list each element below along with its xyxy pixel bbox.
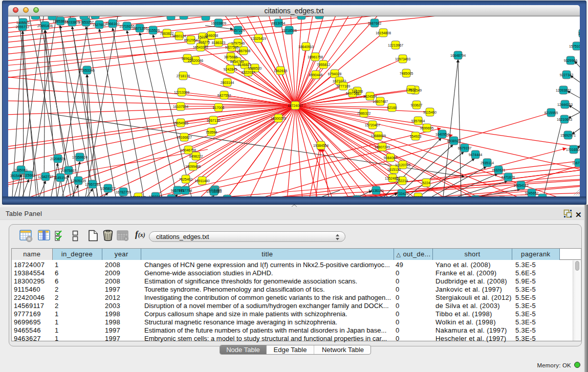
svg-text:6679197: 6679197 <box>458 146 472 150</box>
svg-text:18300295: 18300295 <box>271 117 286 120</box>
svg-text:19218506: 19218506 <box>281 29 297 32</box>
svg-text:9357864: 9357864 <box>411 119 425 123</box>
svg-text:10653257: 10653257 <box>78 20 94 24</box>
svg-text:8912954: 8912954 <box>184 38 198 42</box>
svg-text:2687682: 2687682 <box>368 21 382 25</box>
svg-text:391549: 391549 <box>10 174 22 178</box>
svg-text:16107554: 16107554 <box>173 105 188 108</box>
svg-text:16154808: 16154808 <box>376 31 391 35</box>
svg-text:16033809: 16033809 <box>211 21 226 25</box>
svg-text:20206576: 20206576 <box>50 157 66 161</box>
svg-text:16543382: 16543382 <box>193 46 208 49</box>
svg-text:16911440: 16911440 <box>194 179 210 183</box>
svg-text:11124: 11124 <box>578 32 580 35</box>
svg-text:252214: 252214 <box>397 179 408 183</box>
svg-text:989614: 989614 <box>182 57 193 60</box>
svg-text:9699695: 9699695 <box>420 126 434 130</box>
svg-text:12342737: 12342737 <box>38 175 53 179</box>
svg-text:12923448: 12923448 <box>130 195 146 197</box>
svg-text:9242845: 9242845 <box>224 68 237 71</box>
svg-text:5224: 5224 <box>422 181 430 185</box>
svg-text:1588520: 1588520 <box>248 67 262 70</box>
svg-text:7357224: 7357224 <box>231 29 245 32</box>
svg-text:1362615: 1362615 <box>274 69 288 73</box>
svg-text:19166827: 19166827 <box>177 136 192 139</box>
svg-text:19654985: 19654985 <box>173 121 188 125</box>
svg-text:17016504: 17016504 <box>566 148 580 151</box>
svg-text:7625402: 7625402 <box>179 178 193 181</box>
svg-text:9327505: 9327505 <box>225 46 239 49</box>
svg-text:7515526: 7515526 <box>146 29 160 32</box>
svg-text:6966160: 6966160 <box>106 22 120 26</box>
svg-text:3624554: 3624554 <box>363 95 377 98</box>
svg-text:924565: 924565 <box>537 196 549 197</box>
svg-text:12505135: 12505135 <box>71 179 86 183</box>
svg-text:933627: 933627 <box>411 103 423 107</box>
svg-text:16648794: 16648794 <box>450 54 466 57</box>
svg-text:9245652: 9245652 <box>525 191 539 195</box>
svg-text:9777169: 9777169 <box>337 84 351 88</box>
svg-text:10958127: 10958127 <box>100 187 116 190</box>
svg-text:18099488: 18099488 <box>185 165 201 168</box>
svg-text:13325419: 13325419 <box>251 37 266 40</box>
svg-text:95225: 95225 <box>413 195 423 197</box>
svg-text:2867608: 2867608 <box>237 49 251 53</box>
svg-text:9474444: 9474444 <box>469 153 483 157</box>
svg-text:8498222: 8498222 <box>189 155 203 158</box>
svg-text:16671355: 16671355 <box>132 27 147 30</box>
svg-text:8938923: 8938923 <box>447 139 461 143</box>
svg-text:8427552: 8427552 <box>217 94 231 97</box>
svg-text:2803144: 2803144 <box>221 81 234 84</box>
svg-text:15692971: 15692971 <box>560 134 576 137</box>
svg-text:3875685: 3875685 <box>224 55 238 59</box>
svg-text:1292344: 1292344 <box>149 195 163 197</box>
svg-text:8990448: 8990448 <box>309 73 323 77</box>
svg-text:7986322: 7986322 <box>357 112 371 115</box>
svg-text:9860124: 9860124 <box>172 34 186 38</box>
svg-text:1527602: 1527602 <box>93 23 106 27</box>
svg-text:18807249: 18807249 <box>375 145 390 149</box>
svg-text:15720407: 15720407 <box>365 123 380 127</box>
svg-text:1733426: 1733426 <box>395 192 409 195</box>
svg-text:9084067: 9084067 <box>384 156 398 160</box>
svg-text:17957253: 17957253 <box>85 183 100 186</box>
svg-text:9329966: 9329966 <box>564 59 578 62</box>
svg-text:9115460: 9115460 <box>423 111 437 114</box>
svg-text:753594: 753594 <box>206 130 217 134</box>
svg-text:15224: 15224 <box>198 35 208 39</box>
svg-text:9146821: 9146821 <box>238 63 252 67</box>
svg-text:6497568: 6497568 <box>346 92 360 95</box>
svg-text:20691406: 20691406 <box>37 24 53 28</box>
svg-text:7955812: 7955812 <box>317 63 331 67</box>
svg-text:10046758: 10046758 <box>181 148 196 152</box>
svg-text:10973493: 10973493 <box>395 57 410 61</box>
svg-text:12093872: 12093872 <box>556 89 571 92</box>
svg-text:2718176: 2718176 <box>177 74 190 78</box>
svg-text:20975867: 20975867 <box>61 169 76 172</box>
svg-text:1640954: 1640954 <box>435 133 449 136</box>
svg-text:8471676: 8471676 <box>502 176 515 179</box>
svg-text:6794028: 6794028 <box>328 72 342 76</box>
svg-text:62160: 62160 <box>387 106 397 110</box>
svg-text:15751074: 15751074 <box>569 45 580 48</box>
svg-text:7485005: 7485005 <box>400 72 413 75</box>
svg-text:9457794: 9457794 <box>179 189 192 192</box>
svg-text:12213369: 12213369 <box>174 91 189 94</box>
svg-text:13716485: 13716485 <box>206 190 222 193</box>
svg-text:2935114: 2935114 <box>481 161 494 165</box>
svg-text:1797546: 1797546 <box>231 41 245 45</box>
svg-text:1615132: 1615132 <box>387 168 401 171</box>
svg-text:20053346: 20053346 <box>79 69 95 72</box>
svg-text:8215955: 8215955 <box>545 111 558 115</box>
svg-text:16210643: 16210643 <box>557 118 572 121</box>
svg-text:14136141: 14136141 <box>368 189 384 192</box>
svg-text:17359924: 17359924 <box>72 156 88 159</box>
svg-text:19384554: 19384554 <box>313 144 329 147</box>
svg-text:16961758: 16961758 <box>308 55 323 59</box>
svg-text:3267130: 3267130 <box>207 119 221 122</box>
svg-text:1145194: 1145194 <box>54 176 67 180</box>
svg-text:2055712: 2055712 <box>16 25 30 29</box>
svg-text:8813054: 8813054 <box>272 21 286 25</box>
svg-text:1115682: 1115682 <box>22 173 35 177</box>
svg-text:10807487: 10807487 <box>373 100 388 103</box>
